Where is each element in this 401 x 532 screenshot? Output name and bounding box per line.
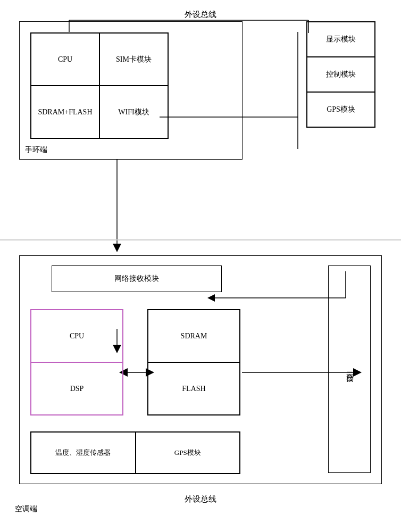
sensor-label: 温度、湿度传感器 xyxy=(55,448,111,458)
grid-cell-cpu: CPU xyxy=(31,33,99,86)
kongtiao-label: 空调端 xyxy=(15,504,37,514)
cloud-box: 云接口 xyxy=(328,265,371,473)
section-divider xyxy=(0,239,401,240)
display-module: 显示模块 xyxy=(307,22,375,57)
gps-module-top: GPS模块 xyxy=(307,92,375,127)
shohuan-label: 手环端 xyxy=(25,145,47,155)
sensor-cell: 温度、湿度传感器 xyxy=(31,432,136,473)
top-waihuan-label: 外设总线 xyxy=(185,10,216,20)
bottom-section: 外设总线 空调端 网络接收模块 CPU DSP SDRAM FLASH 温度、 xyxy=(10,245,391,516)
bottom-waihuan-label: 外设总线 xyxy=(185,494,216,504)
network-label: 网络接收模块 xyxy=(114,274,159,284)
control-module: 控制模块 xyxy=(307,57,375,92)
right-modules: 显示模块 控制模块 GPS模块 xyxy=(306,21,375,128)
top-section: 外设总线 CPU SIM卡模块 SDRAM+FLASH WIFI模块 手环端 显… xyxy=(10,10,391,190)
shohuan-box: CPU SIM卡模块 SDRAM+FLASH WIFI模块 手环端 xyxy=(19,21,243,160)
bottom-outer-box: 网络接收模块 CPU DSP SDRAM FLASH 温度、湿度传感器 GPS模… xyxy=(19,255,382,484)
cloud-label: 云接口 xyxy=(345,366,354,372)
shohuan-grid: CPU SIM卡模块 SDRAM+FLASH WIFI模块 xyxy=(30,32,169,139)
grid-cell-wifi: WIFI模块 xyxy=(99,86,168,138)
grid-cell-sim: SIM卡模块 xyxy=(99,33,168,86)
dsp-cell: DSP xyxy=(31,362,123,415)
network-box: 网络接收模块 xyxy=(52,265,222,292)
sensor-row: 温度、湿度传感器 GPS模块 xyxy=(30,431,240,474)
sdram-flash-group: SDRAM FLASH xyxy=(147,309,240,415)
cpu-dsp-group: CPU DSP xyxy=(30,309,123,415)
sdram-cell: SDRAM xyxy=(148,310,240,362)
cpu-cell: CPU xyxy=(31,310,123,362)
gps-cell-bottom: GPS模块 xyxy=(136,432,240,473)
diagram-container: 外设总线 CPU SIM卡模块 SDRAM+FLASH WIFI模块 手环端 显… xyxy=(0,0,401,532)
flash-cell: FLASH xyxy=(148,362,240,415)
grid-cell-sdram: SDRAM+FLASH xyxy=(31,86,99,138)
